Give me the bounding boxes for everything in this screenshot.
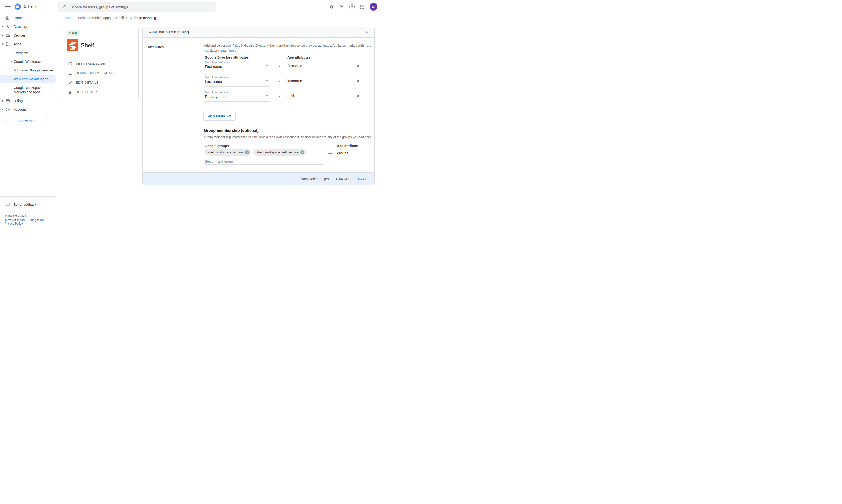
group-chip: shelf_workspace_admins — [205, 149, 251, 156]
show-more-button[interactable]: Show more — [5, 117, 50, 125]
mapping-row: Basic Information > Last name — [205, 76, 365, 88]
download-icon — [68, 71, 72, 75]
breadcrumb-apps[interactable]: Apps — [65, 16, 72, 20]
copyright: © 2024 Google Inc. — [5, 215, 46, 218]
main-content: Apps Web and mobile apps Shelf Attribute… — [56, 14, 380, 228]
admin-logo-icon — [15, 3, 21, 10]
sidebar-item-additional-google-services[interactable]: Additional Google services — [0, 66, 56, 75]
app-attribute-input[interactable] — [287, 62, 353, 70]
sidebar-item-home[interactable]: Home — [0, 14, 56, 22]
breadcrumb-web-and-mobile-apps[interactable]: Web and mobile apps — [78, 16, 110, 20]
admin-brand: Admin — [15, 3, 38, 10]
expand-right-icon[interactable] — [11, 60, 12, 62]
dropdown-arrow-icon — [266, 95, 268, 97]
sidebar-item-billing[interactable]: Billing — [0, 96, 56, 105]
sidebar-item-google-workspace[interactable]: Google Workspace — [0, 57, 56, 66]
sidebar-footer: © 2024 Google Inc. Terms of service - Bi… — [5, 215, 46, 226]
billing-terms-link[interactable]: Billing terms — [28, 218, 44, 222]
expand-down-icon[interactable] — [2, 43, 4, 45]
google-directory-attributes-header: Google Directory attributes — [205, 55, 248, 59]
feedback-icon — [5, 202, 10, 207]
breadcrumb-divider — [56, 21, 380, 22]
expand-right-icon[interactable] — [2, 34, 3, 36]
breadcrumb-attribute-mapping: Attribute mapping — [130, 16, 156, 20]
remove-chip-icon[interactable] — [245, 150, 249, 154]
remove-mapping-icon[interactable] — [356, 78, 361, 84]
breadcrumb: Apps Web and mobile apps Shelf Attribute… — [65, 16, 156, 20]
collapse-chevron-up-icon[interactable] — [364, 30, 370, 35]
mapping-row: Basic Information > First name — [205, 61, 365, 72]
attributes-description: Add and select user fields in Google Dir… — [204, 43, 374, 53]
saml-badge: SAML — [67, 30, 80, 36]
send-feedback-button[interactable]: Send feedback — [0, 200, 56, 209]
save-action-bar: 2 unsaved changes CANCEL SAVE — [142, 172, 375, 185]
tasks-hourglass-icon[interactable] — [339, 4, 345, 10]
directory-attribute-select[interactable]: Basic Information > Primary email — [205, 91, 270, 102]
google-groups-chips: shelf_workspace_admins shelf_workspace_s… — [205, 149, 306, 156]
maps-to-arrow-icon — [275, 64, 281, 69]
breadcrumb-shelf[interactable]: Shelf — [116, 16, 124, 20]
expand-right-icon[interactable] — [2, 109, 3, 110]
sidebar-divider — [0, 196, 56, 197]
download-metadata-button[interactable]: DOWNLOAD METADATA — [63, 68, 138, 78]
group-app-attribute-input[interactable] — [337, 149, 370, 157]
group-chip: shelf_workspace_self_service — [254, 149, 306, 156]
person-icon — [5, 24, 10, 29]
header-actions: N — [329, 0, 377, 14]
global-search[interactable] — [58, 2, 216, 12]
home-icon — [5, 16, 10, 20]
sidebar-item-gw-marketplace-apps[interactable]: Google Workspace Marketplace apps — [0, 83, 56, 96]
privacy-policy-link[interactable]: Privacy Policy — [5, 222, 23, 226]
app-card: SAML Shelf TEST SAML LOGIN DOWNLOAD META… — [63, 26, 139, 100]
sidebar-item-web-and-mobile-apps[interactable]: Web and mobile apps — [0, 75, 56, 83]
at-icon — [5, 107, 10, 112]
search-icon — [62, 5, 67, 10]
shelf-app-logo — [67, 39, 78, 51]
panel-header[interactable]: SAML attribute mapping — [142, 27, 375, 38]
google-groups-label: Google groups — [205, 144, 229, 148]
save-button[interactable]: SAVE — [358, 177, 367, 181]
expand-right-icon[interactable] — [11, 89, 12, 91]
expand-right-icon[interactable] — [2, 26, 3, 28]
directory-attribute-select[interactable]: Basic Information > First name — [205, 61, 270, 71]
notifications-bell-icon[interactable] — [329, 4, 334, 10]
menu-icon[interactable] — [5, 5, 11, 9]
sidebar-item-directory[interactable]: Directory — [0, 22, 56, 31]
avatar[interactable]: N — [370, 3, 377, 11]
open-in-new-icon — [68, 61, 72, 66]
dropdown-arrow-icon — [266, 80, 268, 82]
sidebar-item-account[interactable]: Account — [0, 105, 56, 114]
cancel-button[interactable]: CANCEL — [336, 177, 351, 181]
app-header: Admin N — [0, 0, 380, 14]
attributes-label: Attributes — [148, 45, 164, 49]
directory-attribute-select[interactable]: Basic Information > Last name — [205, 76, 270, 87]
maps-to-arrow-icon — [275, 93, 281, 99]
remove-mapping-icon[interactable] — [356, 93, 361, 98]
app-launcher-grid-icon[interactable] — [359, 4, 365, 10]
remove-chip-icon[interactable] — [300, 150, 304, 154]
group-search-input[interactable] — [205, 158, 323, 164]
help-icon[interactable] — [349, 4, 355, 10]
test-saml-login-button[interactable]: TEST SAML LOGIN — [63, 59, 138, 68]
expand-right-icon[interactable] — [2, 100, 3, 102]
maps-to-arrow-icon — [275, 78, 281, 84]
sidebar-item-devices[interactable]: Devices — [0, 31, 56, 40]
learn-more-link[interactable]: Learn more — [221, 49, 237, 52]
edit-details-button[interactable]: EDIT DETAILS — [63, 78, 138, 87]
app-card-actions: TEST SAML LOGIN DOWNLOAD METADATA EDIT D… — [63, 59, 138, 97]
credit-card-icon — [5, 98, 10, 103]
sidebar-item-overview[interactable]: Overview — [0, 49, 56, 57]
remove-mapping-icon[interactable] — [356, 63, 361, 69]
search-input[interactable] — [70, 5, 212, 9]
group-membership-title: Group membership (optional) — [204, 128, 259, 133]
app-attribute-input[interactable] — [287, 92, 353, 100]
app-attribute-input[interactable] — [287, 77, 353, 85]
panel-title: SAML attribute mapping — [148, 30, 189, 34]
terms-of-service-link[interactable]: Terms of service — [5, 218, 26, 222]
add-mapping-button[interactable]: ADD MAPPING — [204, 112, 236, 120]
mapping-row: Basic Information > Primary email — [205, 91, 365, 103]
delete-app-button[interactable]: DELETE APP — [63, 87, 138, 97]
sidebar-item-apps[interactable]: Apps — [0, 40, 56, 49]
trash-icon — [68, 90, 72, 94]
devices-icon — [5, 33, 10, 38]
